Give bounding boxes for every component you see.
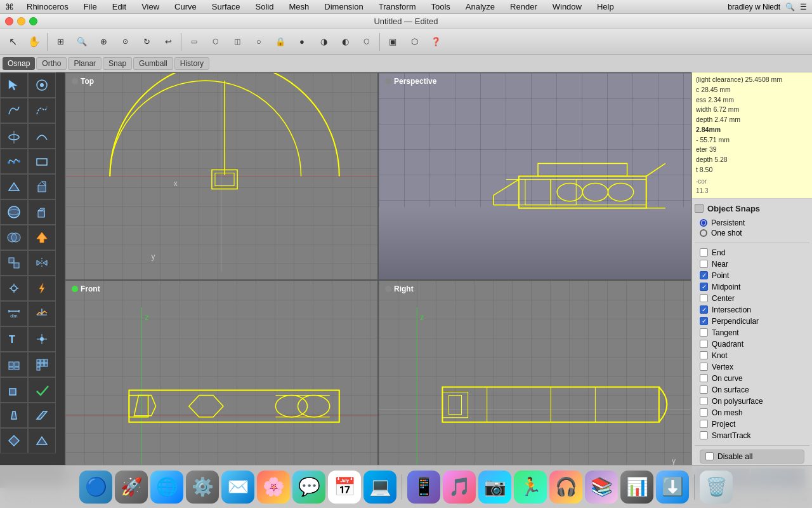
- mesh2-tool[interactable]: [0, 352, 28, 377]
- viewport-right[interactable]: Right z y: [378, 280, 691, 488]
- dimension-tool[interactable]: dim: [0, 301, 28, 326]
- cb-center[interactable]: Center: [700, 293, 804, 304]
- dock-photos[interactable]: 🌸: [257, 471, 290, 504]
- osnap-collapse-button[interactable]: [695, 204, 704, 213]
- taper-tool[interactable]: [0, 403, 28, 428]
- cb-midpoint[interactable]: ✓ Midpoint: [700, 281, 804, 293]
- radio-oneshot[interactable]: One shot: [700, 229, 804, 237]
- menu-view[interactable]: View: [139, 2, 162, 11]
- surface-tool[interactable]: ◫: [227, 32, 247, 52]
- render-tool[interactable]: ▣: [383, 32, 403, 52]
- dock-downloads[interactable]: ⬇️: [656, 471, 689, 504]
- dock-launchpad[interactable]: 🚀: [115, 471, 148, 504]
- cb-onmesh[interactable]: On mesh: [700, 407, 804, 418]
- search-icon[interactable]: 🔍: [785, 3, 795, 11]
- dock-app-2[interactable]: 🎵: [443, 471, 476, 504]
- minimize-button[interactable]: [17, 17, 25, 25]
- menu-dimension[interactable]: Dimension: [322, 2, 365, 11]
- viewport-top[interactable]: Top x y: [65, 72, 378, 280]
- render-sphere-tool[interactable]: ◑: [313, 32, 334, 52]
- cb-vertex[interactable]: Vertex: [700, 361, 804, 373]
- dock-safari[interactable]: 🌐: [150, 471, 183, 504]
- disable-all-button[interactable]: Disable all: [700, 450, 804, 464]
- rectangle2-tool[interactable]: [28, 149, 56, 174]
- cb-near[interactable]: Near: [700, 258, 804, 270]
- dock-settings[interactable]: ⚙️: [186, 471, 219, 504]
- select-objects-tool[interactable]: [0, 72, 28, 98]
- dock-app-4[interactable]: 🏃: [514, 471, 547, 504]
- cb-onsurface[interactable]: On surface: [700, 384, 804, 396]
- menu-edit[interactable]: Edit: [110, 2, 129, 11]
- zoom-tool[interactable]: 🔍: [72, 32, 92, 52]
- arrow-tool[interactable]: [28, 225, 56, 250]
- snap-button[interactable]: Snap: [103, 57, 132, 70]
- curve-tool[interactable]: [0, 98, 28, 123]
- menu-solid[interactable]: Solid: [253, 2, 277, 11]
- check-tool[interactable]: [28, 377, 56, 403]
- maximize-button[interactable]: [29, 17, 37, 25]
- zoom-all-tool[interactable]: ⊙: [115, 32, 135, 52]
- dot-tool[interactable]: [28, 326, 56, 352]
- transform-tool[interactable]: [0, 250, 28, 276]
- box-tool[interactable]: [28, 199, 56, 225]
- triangle-tool[interactable]: [28, 428, 56, 453]
- cb-intersection[interactable]: ✓ Intersection: [700, 304, 804, 316]
- analyze-tool[interactable]: [28, 301, 56, 326]
- arc-tool[interactable]: [28, 123, 56, 149]
- select-tool[interactable]: ↖: [3, 32, 23, 52]
- apple-menu[interactable]: ⌘: [5, 2, 14, 12]
- extrude-tool[interactable]: [28, 174, 56, 199]
- text-tool[interactable]: T: [0, 326, 28, 352]
- diamond-tool[interactable]: [0, 428, 28, 453]
- menu-tools[interactable]: Tools: [428, 2, 452, 11]
- twist-tool[interactable]: [28, 403, 56, 428]
- menu-window[interactable]: Window: [550, 2, 584, 11]
- dock-app-3[interactable]: 📷: [478, 471, 511, 504]
- dock-calendar[interactable]: 📅: [328, 471, 361, 504]
- menu-file[interactable]: File: [81, 2, 100, 11]
- select-all-tool[interactable]: [28, 72, 56, 98]
- dock-app-1[interactable]: 📱: [407, 471, 440, 504]
- menu-help[interactable]: Help: [594, 2, 617, 11]
- rectangle-tool[interactable]: ▭: [184, 32, 204, 52]
- radio-persistent[interactable]: Persistent: [700, 218, 804, 227]
- sphere-tool[interactable]: [0, 199, 28, 225]
- mirror-tool[interactable]: [28, 250, 56, 276]
- menu-mesh[interactable]: Mesh: [287, 2, 312, 11]
- viewport-perspective[interactable]: Perspective: [378, 72, 691, 280]
- grid-tool[interactable]: [28, 352, 56, 377]
- menu-curve[interactable]: Curve: [172, 2, 199, 11]
- shaded-tool[interactable]: ⬡: [357, 32, 377, 52]
- gear-tool[interactable]: [0, 276, 28, 301]
- menu-surface[interactable]: Surface: [209, 2, 243, 11]
- surface2-tool[interactable]: [0, 174, 28, 199]
- gumball-button[interactable]: Gumball: [133, 57, 173, 70]
- lock-tool[interactable]: 🔒: [270, 32, 291, 52]
- solid2-tool[interactable]: [0, 377, 28, 403]
- cb-quadrant[interactable]: Quadrant: [700, 338, 804, 350]
- dock-app-5[interactable]: 🎧: [549, 471, 582, 504]
- pan-tool[interactable]: ✋: [24, 32, 44, 52]
- dock-activity-monitor[interactable]: 📊: [620, 471, 653, 504]
- ortho-button[interactable]: Ortho: [36, 57, 67, 70]
- dock-trash[interactable]: 🗑️: [700, 471, 733, 504]
- dock-skype[interactable]: 💻: [363, 471, 396, 504]
- menu-rhinoceros[interactable]: Rhinoceros: [24, 2, 71, 11]
- display-mode-tool[interactable]: ◐: [335, 32, 355, 52]
- undo-tool[interactable]: ↩: [158, 32, 178, 52]
- help-tool[interactable]: ❓: [426, 32, 446, 52]
- viewport-front[interactable]: Front z x: [65, 280, 378, 488]
- cb-onpolysurface[interactable]: On polysurface: [700, 396, 804, 407]
- curve2-tool[interactable]: [28, 98, 56, 123]
- freeform-tool[interactable]: [0, 149, 28, 174]
- lightning-tool[interactable]: [28, 276, 56, 301]
- dock-finder[interactable]: 🔵: [79, 471, 112, 504]
- menu-transform[interactable]: Transform: [376, 2, 419, 11]
- menu-render[interactable]: Render: [508, 2, 540, 11]
- cb-smarttrack[interactable]: SmartTrack: [700, 430, 804, 441]
- cb-project[interactable]: Project: [700, 418, 804, 430]
- cb-point[interactable]: ✓ Point: [700, 270, 804, 281]
- menu-analyze[interactable]: Analyze: [463, 2, 497, 11]
- ball-tool[interactable]: ●: [292, 32, 312, 52]
- close-button[interactable]: [5, 17, 13, 25]
